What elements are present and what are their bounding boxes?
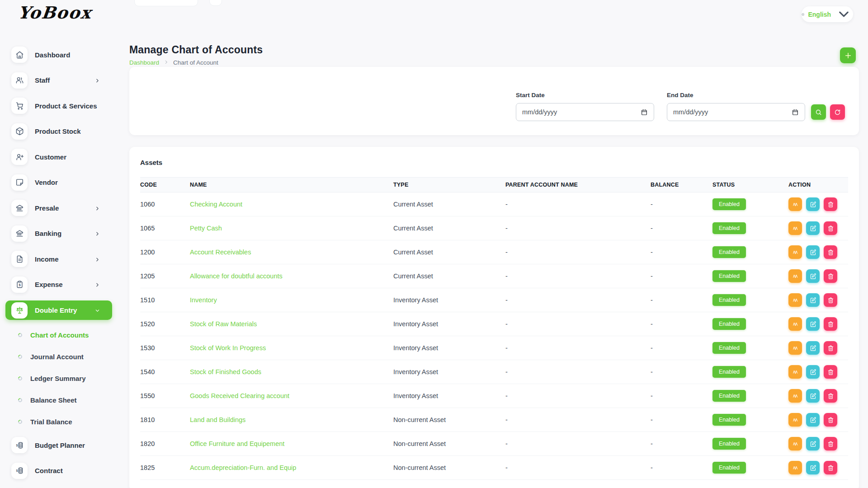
account-balance: - — [651, 192, 712, 216]
end-date-input[interactable]: mm/dd/yyyy — [667, 103, 805, 121]
app-logo[interactable]: YoBoox — [17, 3, 93, 23]
account-name-link[interactable]: Inventory — [190, 288, 393, 312]
delete-button[interactable] — [824, 317, 837, 331]
sidebar-subitem-ledger-summary[interactable]: Ledger Summary — [5, 367, 112, 389]
account-name-link[interactable]: Allowance for doubtful accounts — [190, 264, 393, 288]
sidebar-item-customer[interactable]: Customer — [5, 144, 112, 170]
edit-button[interactable] — [806, 413, 820, 427]
edit-button[interactable] — [806, 293, 820, 307]
edit-button[interactable] — [806, 365, 820, 379]
language-selector[interactable]: English — [802, 6, 853, 22]
account-name-link[interactable]: Account Receivables — [190, 240, 393, 264]
bullet-icon — [17, 354, 23, 360]
delete-button[interactable] — [824, 197, 837, 211]
delete-button[interactable] — [824, 293, 837, 307]
delete-button[interactable] — [824, 437, 837, 450]
sidebar-item-budget-planner[interactable]: $ Budget Planner — [5, 432, 112, 458]
sidebar-subitem-chart-of-accounts[interactable]: Chart of Accounts — [5, 324, 112, 346]
account-type: Inventory Asset — [393, 336, 505, 360]
account-name-link[interactable]: Stock of Raw Materials — [190, 312, 393, 336]
refresh-icon — [834, 109, 841, 116]
edit-button[interactable] — [806, 197, 820, 211]
chevron-right-icon — [94, 77, 100, 83]
account-name-link[interactable]: Checking Account — [190, 192, 393, 216]
trash-icon — [827, 465, 834, 471]
search-button[interactable] — [811, 104, 826, 120]
delete-button[interactable] — [824, 365, 837, 379]
delete-button[interactable] — [824, 269, 837, 283]
account-type: Non-current Asset — [393, 432, 505, 456]
trash-icon — [827, 393, 834, 399]
sidebar-item-product-services[interactable]: Product & Services — [5, 93, 112, 119]
sidebar-item-expense[interactable]: $ Expense — [5, 272, 112, 298]
sidebar: Dashboard Staff Product & Services Produ… — [5, 42, 112, 488]
transactions-button[interactable] — [788, 245, 802, 259]
chevron-down-icon — [94, 307, 100, 313]
account-name-link[interactable]: Goods Received Clearing account — [190, 384, 393, 408]
bullet-icon — [17, 332, 23, 338]
sidebar-item-income[interactable]: Income — [5, 246, 112, 272]
transactions-button[interactable] — [788, 197, 802, 211]
edit-button[interactable] — [806, 317, 820, 331]
transactions-button[interactable] — [788, 413, 802, 427]
trash-icon — [827, 369, 834, 375]
transactions-button[interactable] — [788, 269, 802, 283]
breadcrumb: Dashboard Chart of Account — [129, 59, 218, 66]
account-name-link[interactable]: Stock of Finished Goods — [190, 360, 393, 384]
transactions-button[interactable] — [788, 221, 802, 235]
sidebar-item-partial[interactable] — [5, 484, 112, 488]
transactions-button[interactable] — [788, 317, 802, 331]
sidebar-subitem-trial-balance[interactable]: Trial Balance — [5, 411, 112, 432]
edit-button[interactable] — [806, 461, 820, 474]
sidebar-item-double-entry[interactable]: Double Entry — [5, 300, 112, 320]
delete-button[interactable] — [824, 461, 837, 474]
transactions-button[interactable] — [788, 461, 802, 474]
activity-wave-icon — [792, 225, 799, 232]
account-name-link[interactable]: Petty Cash — [190, 216, 393, 240]
add-account-button[interactable] — [840, 47, 856, 63]
sidebar-subitem-journal-account[interactable]: Journal Account — [5, 346, 112, 367]
reset-button[interactable] — [830, 104, 845, 120]
sidebar-item-presale[interactable]: Presale — [5, 195, 112, 221]
transactions-button[interactable] — [788, 341, 802, 355]
sidebar-item-label: Vendor — [35, 178, 58, 186]
bullet-icon — [17, 375, 23, 381]
sidebar-item-label: Dashboard — [35, 51, 70, 59]
parent-account-name: - — [505, 192, 651, 216]
chevron-right-icon — [164, 59, 169, 66]
delete-button[interactable] — [824, 221, 837, 235]
trash-icon — [827, 345, 834, 352]
edit-button[interactable] — [806, 245, 820, 259]
delete-button[interactable] — [824, 341, 837, 355]
date-placeholder: mm/dd/yyyy — [673, 108, 792, 116]
edit-button[interactable] — [806, 269, 820, 283]
sidebar-item-banking[interactable]: Banking — [5, 221, 112, 247]
sidebar-item-product-stock[interactable]: Product Stock — [5, 119, 112, 145]
sidebar-item-contract[interactable]: $ Contract — [5, 458, 112, 484]
cart-icon — [11, 98, 28, 114]
account-name-link[interactable]: Land and Buildings — [190, 408, 393, 432]
breadcrumb-dashboard-link[interactable]: Dashboard — [129, 59, 159, 66]
transactions-button[interactable] — [788, 437, 802, 450]
edit-button[interactable] — [806, 221, 820, 235]
edit-button[interactable] — [806, 389, 820, 403]
account-name-link[interactable]: Accum.depreciation-Furn. and Equip — [190, 456, 393, 480]
sidebar-item-staff[interactable]: Staff — [5, 68, 112, 94]
parent-account-name: - — [505, 312, 651, 336]
chevron-right-icon — [94, 256, 100, 262]
edit-button[interactable] — [806, 437, 820, 450]
edit-button[interactable] — [806, 341, 820, 355]
account-name-link[interactable]: Stock of Work In Progress — [190, 336, 393, 360]
account-name-link[interactable]: Office Furniture and Equipement — [190, 432, 393, 456]
delete-button[interactable] — [824, 413, 837, 427]
sidebar-item-vendor[interactable]: Vendor — [5, 170, 112, 196]
edit-icon — [810, 345, 816, 352]
delete-button[interactable] — [824, 389, 837, 403]
transactions-button[interactable] — [788, 389, 802, 403]
sidebar-subitem-balance-sheet[interactable]: Balance Sheet — [5, 389, 112, 411]
transactions-button[interactable] — [788, 293, 802, 307]
sidebar-item-dashboard[interactable]: Dashboard — [5, 42, 112, 68]
delete-button[interactable] — [824, 245, 837, 259]
start-date-input[interactable]: mm/dd/yyyy — [516, 103, 654, 121]
transactions-button[interactable] — [788, 365, 802, 379]
